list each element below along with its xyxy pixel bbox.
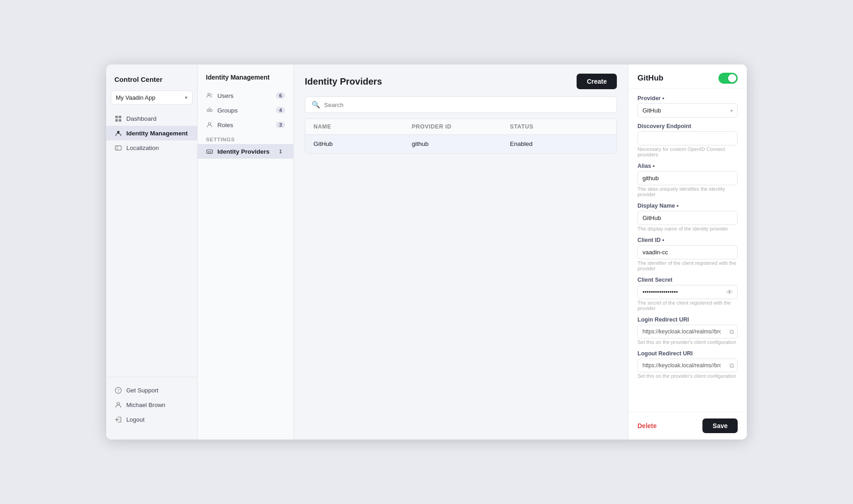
sidebar-item-get-support[interactable]: ? Get Support (106, 383, 197, 397)
svg-point-9 (117, 402, 119, 405)
login-redirect-uri-hint: Set this on the provider's client config… (637, 339, 738, 345)
client-secret-field-group: Client Secret 👁 The secret of the client… (637, 277, 738, 311)
svg-point-11 (211, 94, 212, 96)
main-content: Identity Providers Create 🔍 Name Provide… (294, 64, 628, 440)
secondary-nav-identity-providers-label: Identity Providers (217, 148, 270, 155)
svg-point-10 (208, 93, 210, 95)
page-title: Identity Providers (305, 76, 382, 87)
alias-hint: The alias uniquely identifies the identi… (637, 186, 738, 197)
sidebar-item-user-label: Michael Brown (126, 402, 165, 408)
sidebar-item-dashboard-label: Dashboard (126, 115, 157, 122)
row-provider-id: github (412, 140, 510, 147)
login-redirect-uri-input[interactable] (637, 325, 738, 338)
right-panel-footer: Delete Save (628, 412, 747, 440)
eye-icon[interactable]: 👁 (726, 288, 733, 296)
secondary-nav-identity-providers[interactable]: Identity Providers 1 (198, 144, 293, 159)
secondary-nav-roles[interactable]: Roles 3 (198, 118, 293, 132)
alias-input[interactable] (637, 171, 738, 185)
search-icon: 🔍 (312, 101, 320, 109)
provider-label: Provider • (637, 95, 738, 102)
secondary-nav-roles-label: Roles (217, 122, 233, 129)
sidebar-item-support-label: Get Support (126, 387, 158, 394)
client-secret-wrap: 👁 (637, 285, 738, 299)
provider-select-wrapper: GitHub Google Facebook Custom ▾ (637, 103, 738, 118)
client-id-input[interactable] (637, 245, 738, 259)
client-secret-hint: The secret of the client registered with… (637, 300, 738, 311)
providers-table: Name Provider ID Status GitHub github En… (305, 118, 617, 154)
identity-providers-icon (206, 148, 213, 155)
search-bar: 🔍 (305, 97, 617, 113)
logout-redirect-uri-label: Logout Redirect URI (637, 350, 738, 357)
login-redirect-uri-label: Login Redirect URI (637, 316, 738, 323)
sidebar-item-localization[interactable]: Localization (106, 140, 197, 155)
sidebar-item-michael-brown[interactable]: Michael Brown (106, 397, 197, 412)
save-button[interactable]: Save (702, 418, 738, 433)
secondary-nav-groups-label: Groups (217, 107, 238, 114)
discovery-endpoint-hint: Necessary for custom OpenID Connect prov… (637, 146, 738, 157)
display-name-input[interactable] (637, 211, 738, 225)
search-input[interactable] (324, 102, 610, 108)
svg-rect-2 (115, 119, 118, 122)
svg-rect-0 (115, 115, 118, 118)
main-header: Identity Providers Create (294, 64, 628, 97)
discovery-endpoint-input[interactable] (637, 131, 738, 145)
copy-icon-login[interactable]: ⧉ (729, 328, 734, 336)
secondary-nav-groups[interactable]: Groups 4 (198, 103, 293, 118)
right-panel-title: GitHub (637, 74, 664, 83)
create-button[interactable]: Create (577, 74, 617, 89)
app-selector[interactable]: My Vaadin App ▾ (111, 91, 193, 105)
alias-field-group: Alias • The alias uniquely identifies th… (637, 163, 738, 197)
row-name: GitHub (313, 140, 412, 147)
chevron-down-icon: ▾ (185, 95, 188, 101)
sidebar-bottom: ? Get Support Michael Brown Logout (106, 377, 197, 432)
toggle-knob (728, 74, 736, 82)
copy-icon-logout[interactable]: ⧉ (729, 362, 734, 370)
enabled-toggle[interactable] (718, 73, 738, 84)
client-id-hint: The identifier of the client registered … (637, 260, 738, 271)
display-name-field-group: Display Name • The display name of the i… (637, 203, 738, 231)
col-name: Name (313, 123, 412, 130)
login-redirect-uri-field-group: Login Redirect URI ⧉ Set this on the pro… (637, 316, 738, 345)
svg-rect-1 (119, 115, 121, 118)
svg-text:?: ? (117, 388, 119, 393)
sidebar: Control Center My Vaadin App ▾ Dashboard… (106, 64, 198, 440)
user-icon (114, 401, 122, 408)
dashboard-icon (114, 115, 122, 122)
client-id-label: Client ID • (637, 237, 738, 243)
sidebar-item-dashboard[interactable]: Dashboard (106, 111, 197, 126)
provider-field-group: Provider • GitHub Google Facebook Custom… (637, 95, 738, 118)
discovery-endpoint-label: Discovery Endpoint (637, 123, 738, 129)
client-id-field-group: Client ID • The identifier of the client… (637, 237, 738, 271)
logout-redirect-uri-wrap: ⧉ (637, 359, 738, 372)
sidebar-item-identity-management[interactable]: Identity Management (106, 126, 197, 140)
roles-icon (206, 121, 213, 129)
roles-badge: 3 (276, 122, 285, 128)
support-icon: ? (114, 386, 122, 394)
col-provider-id: Provider ID (412, 123, 510, 130)
delete-button[interactable]: Delete (637, 422, 657, 429)
right-panel-header: GitHub (628, 64, 747, 89)
identity-icon (114, 129, 122, 137)
localization-icon (114, 144, 122, 151)
svg-rect-3 (119, 119, 121, 122)
app-selector-label: My Vaadin App (116, 94, 155, 101)
settings-section-label: Settings (198, 132, 293, 144)
sidebar-item-logout[interactable]: Logout (106, 412, 197, 427)
display-name-hint: The display name of the identity provide… (637, 226, 738, 231)
users-badge: 6 (276, 92, 285, 99)
identity-providers-badge: 1 (276, 148, 285, 155)
discovery-endpoint-field-group: Discovery Endpoint Necessary for custom … (637, 123, 738, 157)
logout-redirect-uri-field-group: Logout Redirect URI ⧉ Set this on the pr… (637, 350, 738, 379)
logout-redirect-uri-input[interactable] (637, 359, 738, 372)
sidebar-title: Control Center (106, 75, 197, 91)
table-row[interactable]: GitHub github Enabled (305, 135, 616, 153)
client-secret-input[interactable] (637, 285, 738, 299)
svg-point-15 (208, 123, 211, 125)
display-name-label: Display Name • (637, 203, 738, 209)
secondary-nav-users[interactable]: Users 6 (198, 88, 293, 103)
groups-badge: 4 (276, 107, 285, 113)
provider-select[interactable]: GitHub Google Facebook Custom (637, 103, 738, 118)
sidebar-item-logout-label: Logout (126, 416, 145, 423)
table-header: Name Provider ID Status (305, 119, 616, 135)
right-panel-body: Provider • GitHub Google Facebook Custom… (628, 89, 747, 412)
